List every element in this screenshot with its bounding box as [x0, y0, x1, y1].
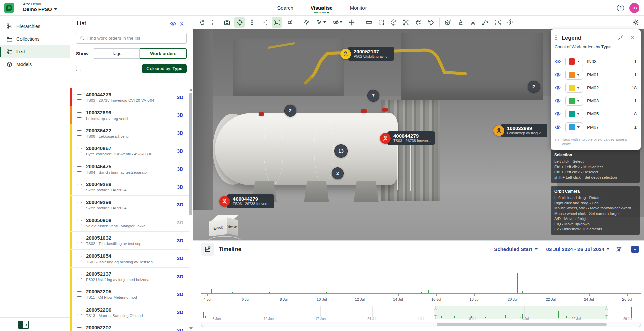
- visibility-eye-icon[interactable]: [555, 58, 561, 65]
- settings-button[interactable]: [631, 17, 641, 28]
- colour-swatch-dropdown[interactable]: [565, 109, 583, 119]
- visibility-eye-icon[interactable]: [555, 72, 561, 78]
- scroll-down-button[interactable]: [189, 327, 193, 330]
- select-mode-dropdown-button[interactable]: [314, 17, 328, 28]
- search-input[interactable]: [87, 36, 183, 41]
- sidebar-item-collections[interactable]: Collections: [0, 33, 70, 45]
- timeline-chart[interactable]: 4 Jul6 Jul8 Jul10 Jul12 Jul14 Jul16 Jul1…: [201, 258, 641, 304]
- select-all-checkbox[interactable]: [76, 66, 81, 71]
- row-checkbox[interactable]: [77, 184, 82, 189]
- move-tool-button[interactable]: [347, 17, 357, 28]
- open-in-3d-link[interactable]: 3D: [177, 274, 183, 279]
- measure-tool-button[interactable]: [364, 17, 374, 28]
- open-in-3d-link[interactable]: 3D: [177, 184, 183, 190]
- sidebar-item-models[interactable]: Models: [0, 58, 70, 71]
- avatar[interactable]: TB: [629, 3, 639, 13]
- row-checkbox[interactable]: [77, 238, 82, 243]
- work-order-row[interactable]: 200036422 TS09 - Lekkasje på ventil 3D: [70, 124, 189, 142]
- compass-east-face[interactable]: East: [209, 219, 227, 236]
- row-checkbox[interactable]: [77, 327, 82, 331]
- open-in-3d-link[interactable]: 3D: [177, 238, 183, 243]
- scroll-up-button[interactable]: [189, 89, 193, 91]
- open-in-3d-link[interactable]: 3D: [177, 202, 183, 207]
- work-order-marker[interactable]: 100032899 Feilsøk/rep av treg v...: [493, 124, 547, 137]
- row-checkbox[interactable]: [77, 130, 82, 136]
- visibility-eye-icon[interactable]: [555, 124, 561, 131]
- work-order-row[interactable]: 400044279 TS03 - 26738 Innvendig CVI 20-…: [70, 88, 189, 106]
- help-button[interactable]: ?: [617, 5, 624, 11]
- tag-tool-button[interactable]: [426, 17, 436, 28]
- nav-monitor[interactable]: Monitor: [350, 5, 367, 11]
- range-handle-left[interactable]: [434, 309, 437, 316]
- show-tab-work-orders[interactable]: Work orders: [140, 48, 187, 59]
- collapse-timeline-button[interactable]: [631, 246, 639, 253]
- sidebar-item-hierarchies[interactable]: Hierarchies: [0, 20, 70, 33]
- row-checkbox[interactable]: [77, 202, 82, 207]
- cluster-badge[interactable]: 2: [332, 167, 344, 179]
- sidebar-item-list[interactable]: List: [0, 45, 70, 58]
- compass-north-face[interactable]: North: [227, 217, 238, 236]
- walk-mode-button[interactable]: [505, 17, 515, 28]
- work-order-row[interactable]: 200052206 TS13 - Manual Sampling Oil mod…: [70, 303, 189, 321]
- show-all-in-3d-button[interactable]: [169, 19, 177, 28]
- timeline-scrollbar-thumb[interactable]: [437, 323, 607, 326]
- coloured-by-button[interactable]: Coloured by: Type: [142, 64, 187, 73]
- colour-swatch-dropdown[interactable]: [565, 57, 583, 66]
- nav-visualise[interactable]: Visualise: [311, 5, 333, 11]
- work-order-marker[interactable]: 200052137 P502 Utskifting av lu...: [340, 47, 394, 61]
- timeline-icon-button[interactable]: [201, 243, 214, 256]
- open-in-3d-link[interactable]: 3D: [177, 94, 183, 100]
- fit-view-button[interactable]: [210, 17, 220, 28]
- row-checkbox[interactable]: [77, 220, 82, 225]
- work-order-row[interactable]: 200050908 Veldig rusten ventil. Mangler …: [70, 214, 189, 232]
- open-in-3d-link[interactable]: 3D: [177, 166, 183, 172]
- work-order-row[interactable]: 200046475 TS04 - Sand i bunn av testsepa…: [70, 160, 189, 178]
- colour-swatch-dropdown[interactable]: [565, 83, 583, 93]
- cluster-badge[interactable]: 2: [284, 105, 296, 117]
- open-in-3d-link[interactable]: 3D: [177, 112, 183, 118]
- scrollbar-thumb[interactable]: [189, 93, 192, 215]
- cluster-badge[interactable]: 13: [334, 144, 348, 158]
- work-order-row[interactable]: 200040867 Bytte korrodert DBB-ventil - 4…: [70, 142, 189, 160]
- open-in-3d-link[interactable]: 3D: [177, 255, 183, 261]
- list-scrollbar[interactable]: [189, 88, 192, 330]
- hide-selection-button[interactable]: [284, 17, 294, 28]
- select-tool-button[interactable]: [301, 17, 311, 28]
- colour-swatch-dropdown[interactable]: [565, 70, 583, 80]
- 3d-viewport[interactable]: 272132 200052137 P502 Utskifting av lu..…: [193, 16, 644, 240]
- visibility-eye-icon[interactable]: [555, 111, 561, 117]
- minimize-legend-button[interactable]: [616, 33, 625, 42]
- clip-box-tool-button[interactable]: [389, 17, 399, 28]
- add-model-button[interactable]: [443, 17, 453, 28]
- work-order-marker[interactable]: 400044279 TS03 - 26738 Innven...: [219, 194, 274, 208]
- sort-by-dropdown[interactable]: Scheduled Start: [494, 246, 537, 252]
- row-checkbox[interactable]: [77, 310, 82, 315]
- markup-cone-button[interactable]: [456, 17, 466, 28]
- aize-logo-icon[interactable]: [4, 3, 14, 13]
- row-checkbox[interactable]: [77, 274, 82, 279]
- timeline-scrollbar[interactable]: [201, 322, 641, 327]
- workspace-switcher[interactable]: Aize Demo Demo FPSO: [23, 2, 57, 12]
- work-orders-tool-button[interactable]: [468, 17, 478, 28]
- open-in-3d-link[interactable]: 3D: [177, 309, 183, 315]
- nav-search[interactable]: Search: [277, 5, 293, 11]
- work-order-row[interactable]: 200051054 TS01 - Isolering og blinding a…: [70, 250, 189, 268]
- work-order-row[interactable]: 100032899 Feilsøk/rep av treg ventil 3D: [70, 106, 189, 124]
- visibility-eye-icon[interactable]: [555, 85, 561, 91]
- open-in-3d-link[interactable]: 3D: [177, 130, 183, 136]
- cluster-badge[interactable]: 7: [367, 90, 379, 102]
- focus-selection-button[interactable]: [259, 17, 269, 28]
- work-order-row[interactable]: 200049298 Skifte profiler. TAR2024 3D: [70, 196, 189, 214]
- reset-view-button[interactable]: [197, 17, 207, 28]
- open-in-3d-link[interactable]: 3D: [177, 148, 183, 154]
- colour-swatch-dropdown[interactable]: [565, 122, 583, 132]
- timeline-overview[interactable]: 3 Jun10 Jun17 Jun24 Jun1 Jul8 Jul15 Jul2…: [201, 306, 641, 321]
- close-legend-button[interactable]: [628, 33, 637, 42]
- row-checkbox[interactable]: [77, 166, 82, 172]
- routes-tool-button[interactable]: [480, 17, 490, 28]
- collapse-sidebar-button[interactable]: ‹: [18, 321, 29, 329]
- orientation-cube[interactable]: East North: [207, 215, 244, 240]
- work-order-row[interactable]: 200052207 TS12 - Gas Flow Metering mod 3…: [70, 321, 189, 331]
- colour-swatch-dropdown[interactable]: [565, 96, 583, 106]
- row-checkbox[interactable]: [77, 256, 82, 261]
